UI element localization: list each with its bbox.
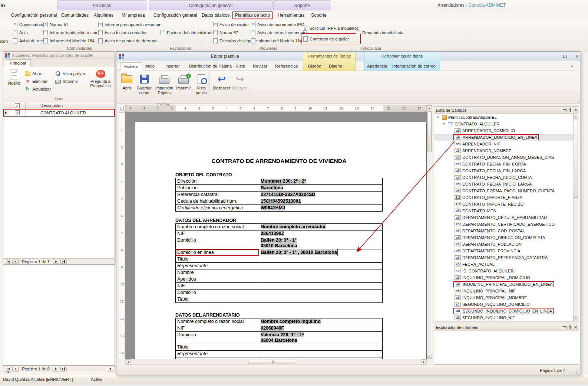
tab-soporte[interactable]: Soporte [311,13,327,18]
minimize-button[interactable]: – [548,53,557,59]
last-record-button[interactable] [60,367,67,372]
eliminar-button[interactable]: × Eliminar [25,77,51,85]
previous-record-button[interactable] [12,367,19,372]
tab-comunidades[interactable]: Comunidades [61,13,89,18]
actualizar-button[interactable]: ↻ Actualizar [25,85,51,93]
pregunta-pragmatico-button[interactable]: Pregunta aPragmático [87,70,114,88]
scroll-thumb[interactable] [427,111,432,152]
document-page[interactable]: CONTRATO DE ARRENDAMIENTO DE VIVIENDA OB… [135,122,426,359]
vista-previa-button[interactable]: Vista previa [193,72,210,95]
scroll-down-button[interactable]: ▼ [427,354,432,359]
rehacer-button[interactable]: ↪ Rehacer [231,72,248,91]
tab-configuracion-personal[interactable]: Configuración personal [11,13,57,18]
field-item-contrato-fecha-fin-corta[interactable]: abCONTRATO_FECHA_FIN_CORTA [434,161,573,167]
plantillas-titlebar[interactable]: Alquileres: Plantillas para contrato de … [3,52,115,59]
scroll-left-button[interactable]: ◀ [126,359,131,364]
scroll-thumb[interactable] [248,360,296,364]
tab-apariencia[interactable]: Apariencia [367,64,387,68]
abrir-button[interactable]: Abrir... [25,69,51,77]
maximize-panel-icon[interactable] [563,109,566,112]
fields-scrollbar[interactable]: ▲ ▼ [573,114,579,321]
field-item-departamento-cod-postal[interactable]: abDEPARTAMENTO_COD_POSTAL [434,228,573,234]
field-item-segundo-inquilino-nif[interactable]: abSEGUNDO_INQUILINO_NIF [434,314,573,321]
field-item-inquilino-principal-nif[interactable]: abINQUILINO_PRINCIPAL_NIF [434,288,573,294]
tab-alquileres[interactable]: Alquileres [94,13,113,18]
tab-stop-selector[interactable]: L [119,106,124,111]
chevron-down-icon[interactable]: ▾ [437,115,441,119]
ribbon-group-configuracion-general[interactable]: Configuración general [149,0,272,10]
ribbon-button-factura-del-administrador[interactable]: Factura del administrador [159,29,217,37]
close-icon[interactable]: × [574,108,577,112]
chevron-down-icon[interactable]: ▾ [443,122,447,126]
vista-previa-button[interactable]: Vista previa [55,69,85,77]
field-item-contrato-importe-fianza[interactable]: 1,2CONTRATO_IMPORTE_FIANZA [434,194,573,201]
ribbon-button-solicitud-irpf-a-inquilinos[interactable]: Solicitud IRPF a inquilinos [301,23,361,33]
close-icon[interactable]: × [574,325,577,330]
field-item-departamento-poblacion[interactable]: abDEPARTAMENTO_POBLACION [434,241,573,248]
select-all-checkbox[interactable] [15,103,20,108]
tab-diseno-tablas-2[interactable]: Diseño [329,64,342,68]
abrir-button[interactable]: Abrir [119,72,134,91]
tab-diseno-tablas-1[interactable]: Diseño [308,64,321,68]
grid-row-contrato-alquiler[interactable]: ▶ CONTRATO ALQUILER [3,109,115,117]
tab-plantillas-de-texto[interactable]: Plantillas de texto [232,12,272,19]
ribbon-button-demanda-inmobiliaria[interactable]: Demanda inmobiliaria [354,29,405,37]
vertical-scrollbar[interactable]: ▲ ▼ [427,105,432,359]
restore-button[interactable] [560,53,569,59]
field-item-inquilino-principal-domicilio-en-linea[interactable]: abINQUILINO_PRINCIPAL_DOMICILIO_EN_LINEA [434,281,573,288]
imprimir-button[interactable]: Imprimir [55,77,85,85]
scroll-thumb[interactable] [574,120,578,198]
first-record-button[interactable] [5,259,11,264]
tab-principal[interactable]: Principal [5,59,31,67]
pin-icon[interactable] [569,325,572,330]
tree-node-contrato-alquiler[interactable]: ▾ CONTRATO_ALQUILER [434,121,573,127]
tab-datos-basicos[interactable]: Datos básicos [202,13,229,18]
tab-distribucion-de-pagina[interactable]: Distribución de Página [189,64,232,68]
field-item-contrato-fecha-inicio-corta[interactable]: abCONTRATO_FECHA_INICIO_CORTA [434,174,573,181]
maximize-panel-icon[interactable] [563,326,566,329]
row-checkbox[interactable] [15,110,20,115]
tab-inicio[interactable]: Inicio [145,64,155,68]
tab-mi-empresa[interactable]: Mi empresa [122,13,145,18]
explorer-panel-header[interactable]: Explorador de informes × [434,324,579,331]
tab-referencias[interactable]: Referencias [275,64,298,68]
tab-configuracion-general[interactable]: Configuración general [153,13,197,18]
ribbon-button-norma-57[interactable]: Norma 57 [42,20,105,29]
fields-panel-header[interactable]: Lista de Campos × [434,107,579,114]
field-item-segundo-inquilino-domicilio[interactable]: abSEGUNDO_INQUILINO_DOMICILIO [434,301,573,308]
collapse-ribbon-icon[interactable]: ∧ [571,64,573,68]
tree-node-plantilla[interactable]: ▾ PlantillaContratoAlquilerEL [434,114,573,121]
close-button[interactable]: ✕ [572,53,582,59]
field-item-arrendador-nif[interactable]: abARRENDADOR_NIF [434,141,573,147]
tab-herramientas[interactable]: Herramientas [278,13,304,18]
scroll-right-button[interactable]: ▶ [422,359,426,364]
field-item-inquilino-principal-domicilio[interactable]: abINQUILINO_PRINCIPAL_DOMICILIO [434,274,573,281]
guardar-como-button[interactable]: Guardar como [135,72,153,95]
field-item-contrato-mes[interactable]: abCONTRATO_MES [434,207,573,214]
ribbon-button-informe-del-modelo-184[interactable]: Informe del Modelo 184 [42,37,105,45]
field-item-departamento-direccion-completa[interactable]: abDEPARTAMENTO_DIRECCION_COMPLETA [434,234,573,241]
scroll-down-button[interactable]: ▼ [574,316,578,321]
ribbon-group-soporte[interactable]: Soporte [273,0,331,10]
field-item-contrato-fecha-fin-larga[interactable]: abCONTRATO_FECHA_FIN_LARGA [434,167,573,174]
deshacer-button[interactable]: ↩ Deshacer [213,72,231,91]
field-item-inquilino-principal-nombre[interactable]: abINQUILINO_PRINCIPAL_NOMBRE [434,294,573,301]
field-item-departamento-cedula-habitabilidad[interactable]: abDEPARTAMENTO_CEDULA_HABITABILIDAD [434,214,573,221]
horizontal-scrollbar[interactable]: ◀ ▶ [125,359,427,365]
field-item-departamento-certificado-energetico[interactable]: abDEPARTAMENTO_CERTIFICADO_ENERGETICO [434,221,573,228]
pin-icon[interactable] [569,108,572,112]
collapse-left-button[interactable] [107,367,113,372]
ribbon-button-aviso-de-cuotas-de-derrama[interactable]: Aviso de cuotas de derrama [96,37,163,45]
scroll-up-button[interactable]: ▲ [574,114,578,119]
field-item-departamento-referencia-catastral[interactable]: abDEPARTAMENTO_REFERENCIA_CATASTRAL [434,254,573,261]
ribbon-button-informe-presupuesto-resumen[interactable]: Informe presupuesto resumen [96,20,163,29]
field-item-contrato-importe-recibo[interactable]: 1,2CONTRATO_IMPORTE_RECIBO [434,201,573,207]
field-item-contrato-forma-pago-numero-cuenta[interactable]: abCONTRATO_FORMA_PAGO_NUMERO_CUENTA [434,187,573,194]
field-item-contrato-duracion-annos-meses-dias[interactable]: abCONTRATO_DURACION_ANNOS_MESES_DIAS [434,154,573,161]
tab-intercalacion-de-correo[interactable]: Intercalación de correo [392,64,436,68]
impresion-rapida-button[interactable]: Impresion Rápida [154,72,174,95]
nuevo-button[interactable]: Nuevo [6,69,23,85]
tab-revisar[interactable]: Revisar [253,64,267,68]
tab-fichero[interactable]: Fichero [120,62,142,71]
field-item-arrendador-domicilio[interactable]: abARRENDADOR_DOMICILIO [434,127,573,134]
